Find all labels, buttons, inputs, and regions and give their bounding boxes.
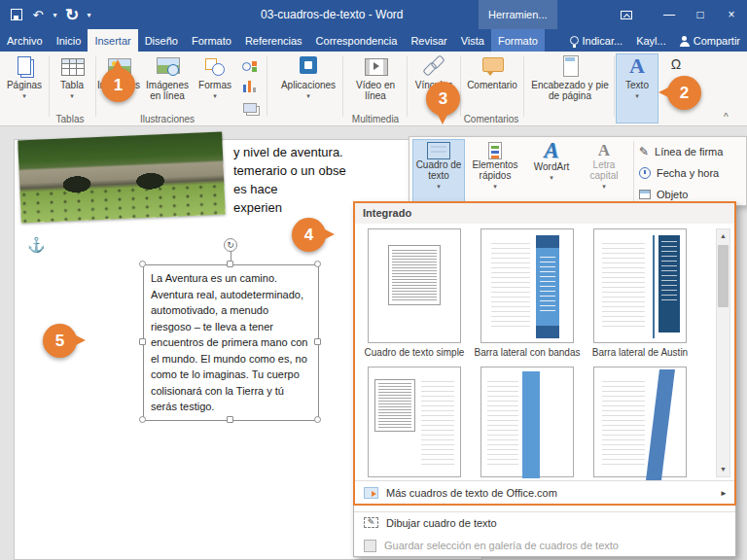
selected-textbox[interactable]: La Aventura es un camino. Aventura real,… <box>143 264 319 421</box>
paragraph-line: experien <box>233 198 346 217</box>
elementos-caret-icon: ▾ <box>493 181 497 192</box>
apps-icon <box>296 54 321 78</box>
text-icon: A <box>624 54 650 78</box>
aplicaciones-caret-icon: ▾ <box>306 90 310 101</box>
selection-handle-bottom[interactable] <box>227 416 233 423</box>
tab-inicio[interactable]: Inicio <box>50 29 89 52</box>
tab-formato[interactable]: Formato <box>185 29 238 52</box>
gallery-item-austin[interactable] <box>593 228 687 343</box>
simbolo-button[interactable]: Ω <box>665 55 687 73</box>
maximize-icon[interactable]: □ <box>685 0 716 29</box>
letra-capital-button[interactable]: A Letra capital ▾ <box>579 140 629 202</box>
save-selection-item[interactable]: Guardar selección en galería de cuadros … <box>354 535 735 556</box>
ribbon-display-glyph <box>621 11 632 19</box>
tab-diseno[interactable]: Diseño <box>138 29 185 52</box>
ribbon-display-options-icon[interactable] <box>611 0 642 29</box>
linea-de-firma-item[interactable]: ✎ Línea de firma ▾ <box>639 141 744 162</box>
selection-handle-bottom-left[interactable] <box>139 416 146 423</box>
collapse-ribbon-icon[interactable]: ^ <box>724 112 729 122</box>
captura-button[interactable] <box>239 99 261 117</box>
tell-me-button[interactable]: Indicar... <box>563 29 630 52</box>
tab-vista[interactable]: Vista <box>454 29 491 52</box>
smartart-button[interactable] <box>239 56 261 74</box>
object-icon <box>639 190 651 199</box>
gallery-scrollbar[interactable]: ▲ ▼ <box>716 228 730 477</box>
online-pictures-icon <box>155 54 180 78</box>
floppy-icon <box>11 9 22 20</box>
group-label-tablas: Tablas <box>43 114 97 124</box>
window-title: 03-cuadros-de-texto - Word <box>261 0 404 29</box>
title-bar: ↶ ▾ ↻ ▾ 03-cuadros-de-texto - Word Herra… <box>0 0 747 29</box>
wordart-button[interactable]: A WordArt ▾ <box>526 140 577 202</box>
selection-handle-top-right[interactable] <box>314 261 321 267</box>
gallery-item-label: Barra lateral de Austin <box>584 347 696 358</box>
grafico-button[interactable] <box>239 78 261 95</box>
minimize-icon[interactable]: — <box>654 0 685 29</box>
comentario-label: Comentario <box>467 80 517 90</box>
quick-parts-icon <box>488 142 502 159</box>
cuadro-de-texto-label: Cuadro de texto <box>413 159 464 181</box>
selection-handle-right[interactable] <box>314 338 321 345</box>
gallery-item-row2-3[interactable] <box>593 367 687 477</box>
comentario-button[interactable]: Comentario <box>464 54 520 122</box>
rotate-handle[interactable]: ↻ <box>224 238 237 252</box>
more-textboxes-item[interactable]: Más cuadros de texto de Office.com ► <box>354 480 735 505</box>
aplicaciones-button[interactable]: Aplicaciones ▾ <box>278 54 338 122</box>
user-account-button[interactable]: Kayl... <box>629 29 673 52</box>
tab-insertar[interactable]: Insertar <box>88 29 137 52</box>
scroll-down-icon[interactable]: ▼ <box>717 463 729 476</box>
selection-handle-top[interactable] <box>227 261 233 267</box>
austin-line-preview <box>653 235 655 338</box>
page-lines <box>602 381 645 465</box>
elementos-rapidos-button[interactable]: Elementos rápidos ▾ <box>466 140 524 202</box>
cuadro-de-texto-button[interactable]: Cuadro de texto ▾ <box>413 140 464 202</box>
callout-1: 1 <box>101 68 135 102</box>
gallery-item-row2-1[interactable] <box>368 367 461 477</box>
letra-capital-label: Letra capital <box>579 159 629 181</box>
gallery-item-simple[interactable] <box>368 228 461 343</box>
wordart-caret-icon: ▾ <box>550 172 553 183</box>
draw-textbox-item[interactable]: ✎ Dibujar cuadro de texto <box>354 511 735 533</box>
redo-icon[interactable]: ↻ <box>63 4 81 25</box>
tab-archivo[interactable]: Archivo <box>0 29 50 52</box>
tab-revisar[interactable]: Revisar <box>404 29 453 52</box>
imagenes-en-linea-button[interactable]: Imágenes en línea <box>142 54 193 122</box>
share-button[interactable]: Compartir <box>673 29 747 52</box>
save-icon[interactable] <box>8 4 25 25</box>
contextual-tools-label: Herramien... <box>479 0 557 29</box>
gallery-item-row2-2[interactable] <box>480 367 574 477</box>
page-lines <box>487 381 518 465</box>
callout-4: 4 <box>292 218 326 252</box>
encabezado-button[interactable]: Encabezado y pie de página <box>527 54 613 122</box>
video-en-linea-button[interactable]: Vídeo en línea <box>348 54 403 122</box>
qat-customize-icon[interactable]: ▾ <box>85 4 93 25</box>
selection-handle-left[interactable] <box>139 338 146 345</box>
tab-referencias[interactable]: Referencias <box>238 29 309 52</box>
tabla-button[interactable]: Tabla ▾ <box>51 54 93 122</box>
word-window: ↶ ▾ ↻ ▾ 03-cuadros-de-texto - Word Herra… <box>0 0 747 560</box>
gallery-item-label: Barra lateral con bandas <box>471 347 584 358</box>
simple-textbox-preview <box>388 245 441 305</box>
tab-correspondencia[interactable]: Correspondencia <box>309 29 405 52</box>
gallery-item-bandas[interactable] <box>480 228 574 343</box>
formas-button[interactable]: Formas ▾ <box>195 54 235 122</box>
scroll-up-icon[interactable]: ▲ <box>717 229 729 243</box>
selection-handle-bottom-right[interactable] <box>314 416 321 423</box>
undo-caret-icon[interactable]: ▾ <box>51 4 59 25</box>
tab-formato-contextual[interactable]: Formato <box>491 29 545 52</box>
fecha-y-hora-item[interactable]: Fecha y hora <box>639 162 744 184</box>
undo-icon[interactable]: ↶ <box>29 4 47 25</box>
screenshot-icon <box>243 103 257 113</box>
document-photo[interactable] <box>18 131 226 223</box>
quick-access-toolbar: ↶ ▾ ↻ ▾ <box>8 0 93 29</box>
scrollbar-thumb[interactable] <box>718 245 729 307</box>
office-com-icon <box>364 487 378 499</box>
save-selection-label: Guardar selección en galería de cuadros … <box>384 540 619 551</box>
page-lines <box>421 381 454 465</box>
smartart-icon <box>241 59 259 72</box>
texto-button[interactable]: A Texto ▾ <box>617 54 658 122</box>
comment-icon <box>480 54 505 78</box>
selection-handle-top-left[interactable] <box>139 261 146 267</box>
paginas-button[interactable]: Páginas ▾ <box>2 54 47 122</box>
close-icon[interactable]: × <box>716 0 747 29</box>
